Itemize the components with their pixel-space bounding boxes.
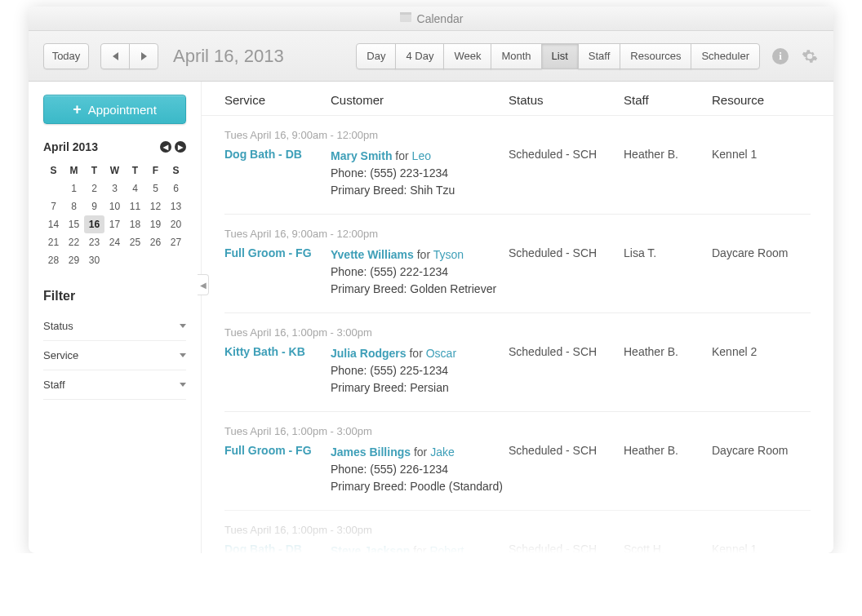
view-tab-resources[interactable]: Resources <box>620 43 691 69</box>
window-title: Calendar <box>417 12 464 25</box>
service-link[interactable]: Kitty Bath - KB <box>224 345 331 358</box>
customer-link[interactable]: James Billings <box>331 445 411 459</box>
appointment-row[interactable]: Tues April 16, 9:00am - 12:00pmFull Groo… <box>224 215 811 313</box>
appointment-row[interactable]: Tues April 16, 9:00am - 12:00pmDog Bath … <box>224 116 811 215</box>
sidebar: + Appointment April 2013 ◀ ▶ SMTWTFS 123… <box>29 82 202 553</box>
calendar-day[interactable]: 5 <box>145 179 166 197</box>
calendar-day <box>43 179 64 197</box>
calendar-day[interactable]: 30 <box>84 251 104 269</box>
calendar-day[interactable]: 24 <box>104 233 125 251</box>
col-header-staff: Staff <box>624 93 712 107</box>
calendar-day[interactable]: 13 <box>166 197 186 215</box>
view-tab-day[interactable]: Day <box>356 43 396 69</box>
calendar-day <box>104 251 125 269</box>
calendar-day[interactable]: 12 <box>145 197 166 215</box>
for-label: for <box>407 347 426 360</box>
calendar-day[interactable]: 25 <box>125 233 145 251</box>
date-title: April 16, 2013 <box>173 46 284 67</box>
for-label: for <box>411 445 430 459</box>
service-link[interactable]: Dog Bath - DB <box>224 148 331 161</box>
plus-icon: + <box>73 101 82 118</box>
calendar-day[interactable]: 23 <box>84 233 104 251</box>
appointment-time: Tues April 16, 1:00pm - 3:00pm <box>224 425 811 437</box>
appointment-time: Tues April 16, 9:00am - 12:00pm <box>224 228 811 240</box>
calendar-day[interactable]: 8 <box>64 197 84 215</box>
calendar-day[interactable]: 18 <box>125 215 145 233</box>
calendar-day[interactable]: 9 <box>84 197 104 215</box>
today-button[interactable]: Today <box>43 43 89 69</box>
filter-staff[interactable]: Staff <box>43 370 186 400</box>
filter-status[interactable]: Status <box>43 312 186 341</box>
pet-link[interactable]: Leo <box>412 149 431 162</box>
pet-breed: Primary Breed: Persian <box>331 379 509 397</box>
appointment-row[interactable]: Tues April 16, 1:00pm - 3:00pmKitty Bath… <box>224 313 811 412</box>
service-link[interactable]: Full Groom - FG <box>224 444 331 457</box>
pet-breed: Primary Breed: Golden Retriever <box>331 281 509 298</box>
appointment-time: Tues April 16, 1:00pm - 3:00pm <box>224 326 811 339</box>
appointment-row[interactable]: Tues April 16, 1:00pm - 3:00pmDog Bath -… <box>224 511 811 553</box>
col-header-customer: Customer <box>331 93 509 107</box>
view-tab-4-day[interactable]: 4 Day <box>395 43 444 69</box>
staff-cell: Lisa T. <box>624 246 712 259</box>
calendar-day[interactable]: 26 <box>145 233 166 251</box>
view-tab-scheduler[interactable]: Scheduler <box>691 43 760 69</box>
pet-link[interactable]: Jake <box>430 445 455 459</box>
mini-calendar-prev-button[interactable]: ◀ <box>160 141 171 153</box>
mini-calendar-next-button[interactable]: ▶ <box>175 141 186 153</box>
calendar-day[interactable]: 4 <box>125 179 145 197</box>
calendar-day[interactable]: 22 <box>64 233 84 251</box>
calendar-day[interactable]: 21 <box>43 233 64 251</box>
customer-link[interactable]: Steve Jackson <box>331 544 410 553</box>
mini-calendar-grid: SMTWTFS 12345678910111213141516171819202… <box>43 162 186 269</box>
mini-calendar: April 2013 ◀ ▶ SMTWTFS 12345678910111213… <box>43 140 186 269</box>
pet-link[interactable]: Tyson <box>433 248 464 261</box>
calendar-day[interactable]: 2 <box>84 179 104 197</box>
calendar-day[interactable]: 20 <box>166 215 186 233</box>
customer-cell: Mary Smith for LeoPhone: (555) 223-1234P… <box>331 148 509 199</box>
svg-rect-1 <box>400 12 411 15</box>
pet-link[interactable]: Oscar <box>426 347 456 360</box>
calendar-day[interactable]: 15 <box>64 215 84 233</box>
customer-link[interactable]: Mary Smith <box>331 149 392 162</box>
view-tab-list[interactable]: List <box>541 43 579 69</box>
calendar-day[interactable]: 3 <box>104 179 125 197</box>
date-nav-group <box>100 43 158 69</box>
filter-service[interactable]: Service <box>43 341 186 370</box>
staff-cell: Heather B. <box>624 345 712 358</box>
calendar-day[interactable]: 19 <box>145 215 166 233</box>
add-appointment-button[interactable]: + Appointment <box>43 95 186 124</box>
chevron-down-icon <box>180 383 186 387</box>
dow-label: W <box>104 162 125 179</box>
calendar-day[interactable]: 17 <box>104 215 125 233</box>
appointment-row[interactable]: Tues April 16, 1:00pm - 3:00pmFull Groom… <box>224 412 811 511</box>
calendar-day[interactable]: 7 <box>43 197 64 215</box>
pet-link[interactable]: Robert <box>429 544 464 553</box>
calendar-day[interactable]: 16 <box>84 215 104 233</box>
service-link[interactable]: Dog Bath - DB <box>224 543 331 553</box>
staff-cell: Heather B. <box>624 444 712 457</box>
prev-date-button[interactable] <box>100 43 130 69</box>
next-date-button[interactable] <box>129 43 158 69</box>
pet-breed: Primary Breed: Poodle (Standard) <box>331 478 509 495</box>
view-tab-week[interactable]: Week <box>443 43 491 69</box>
toolbar: Today April 16, 2013 Day4 DayWeekMonthLi… <box>29 31 833 82</box>
calendar-day[interactable]: 29 <box>64 251 84 269</box>
status-cell: Scheduled - SCH <box>509 444 624 457</box>
calendar-day[interactable]: 27 <box>166 233 186 251</box>
customer-link[interactable]: Julia Rodgers <box>331 347 407 360</box>
view-tab-month[interactable]: Month <box>491 43 541 69</box>
calendar-day[interactable]: 1 <box>64 179 84 197</box>
settings-button[interactable] <box>801 47 819 65</box>
customer-link[interactable]: Yvette Williams <box>331 248 414 261</box>
status-cell: Scheduled - SCH <box>509 345 624 358</box>
view-tab-staff[interactable]: Staff <box>578 43 621 69</box>
info-button[interactable]: i <box>771 47 789 65</box>
customer-cell: Julia Rodgers for OscarPhone: (555) 225-… <box>331 345 509 397</box>
calendar-day[interactable]: 28 <box>43 251 64 269</box>
calendar-day[interactable]: 14 <box>43 215 64 233</box>
calendar-day[interactable]: 6 <box>166 179 186 197</box>
calendar-day[interactable]: 11 <box>125 197 145 215</box>
resource-cell: Daycare Room <box>712 246 811 259</box>
calendar-day[interactable]: 10 <box>104 197 125 215</box>
service-link[interactable]: Full Groom - FG <box>224 246 331 259</box>
